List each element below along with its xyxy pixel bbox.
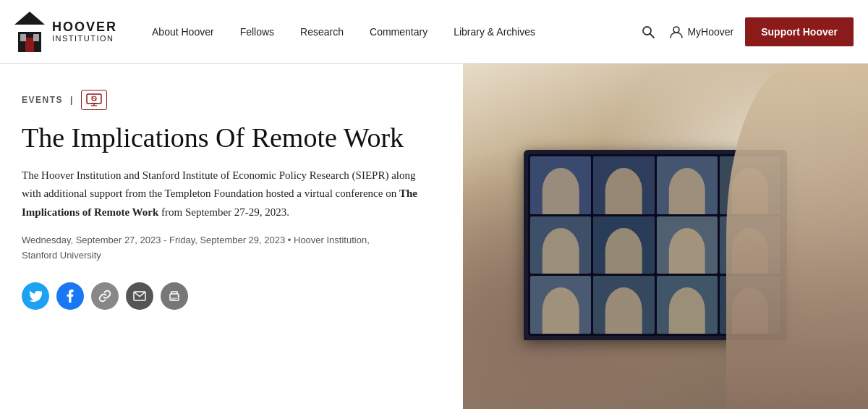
video-cell-7 xyxy=(657,216,718,274)
video-cell-9 xyxy=(530,276,591,333)
article-panel: EVENTS | The Implications Of Remote Work… xyxy=(0,64,463,409)
svg-point-16 xyxy=(177,295,179,297)
video-cell-6 xyxy=(593,216,654,274)
video-cell-2 xyxy=(593,156,654,214)
events-icon xyxy=(81,90,107,110)
date-line1: Wednesday, September 27, 2023 - Friday, … xyxy=(22,233,434,248)
svg-rect-3 xyxy=(20,34,26,41)
header-right: MyHoover Support Hoover xyxy=(638,17,854,46)
main-content: EVENTS | The Implications Of Remote Work… xyxy=(0,64,868,409)
facebook-icon xyxy=(67,290,74,303)
person-silhouette xyxy=(726,64,868,409)
twitter-icon xyxy=(29,290,42,302)
share-facebook-button[interactable] xyxy=(56,282,84,310)
article-image xyxy=(463,64,868,409)
svg-rect-4 xyxy=(33,34,39,41)
print-button[interactable] xyxy=(161,282,188,310)
svg-marker-1 xyxy=(14,12,45,25)
logo-link[interactable]: HOOVER INSTITUTION xyxy=(14,10,117,54)
share-twitter-button[interactable] xyxy=(22,282,49,310)
site-header: HOOVER INSTITUTION About Hoover Fellows … xyxy=(0,0,868,64)
section-label-area: EVENTS | xyxy=(22,90,434,110)
myhoover-label: MyHoover xyxy=(687,26,733,38)
logo-institution: INSTITUTION xyxy=(52,34,117,43)
copy-link-button[interactable] xyxy=(91,282,119,310)
article-title: The Implications Of Remote Work xyxy=(22,122,434,155)
nav-commentary[interactable]: Commentary xyxy=(357,26,441,38)
logo-hoover: HOOVER xyxy=(52,20,117,35)
logo-text: HOOVER INSTITUTION xyxy=(52,20,117,43)
print-icon xyxy=(168,290,181,302)
video-cell-3 xyxy=(657,156,718,214)
monitor-icon xyxy=(86,93,102,106)
article-description: The Hoover Institution and Stanford Inst… xyxy=(22,166,434,222)
scene-background xyxy=(463,64,868,409)
video-cell-1 xyxy=(530,156,591,214)
nav-library-archives[interactable]: Library & Archives xyxy=(441,26,548,38)
share-email-button[interactable] xyxy=(126,282,153,310)
article-date: Wednesday, September 27, 2023 - Friday, … xyxy=(22,233,434,263)
video-cell-10 xyxy=(593,276,654,333)
nav-fellows[interactable]: Fellows xyxy=(227,26,287,38)
video-cell-5 xyxy=(530,216,591,274)
description-part2: from September 27-29, 2023. xyxy=(158,206,289,218)
search-button[interactable] xyxy=(638,22,658,42)
nav-about-hoover[interactable]: About Hoover xyxy=(139,26,227,38)
myhoover-link[interactable]: MyHoover xyxy=(670,25,733,38)
section-label: EVENTS xyxy=(22,95,63,105)
email-icon xyxy=(133,291,146,301)
video-cell-11 xyxy=(657,276,718,333)
hoover-logo-icon xyxy=(14,10,45,54)
social-share-bar xyxy=(22,282,434,310)
support-button[interactable]: Support Hoover xyxy=(745,17,854,46)
search-icon xyxy=(641,25,655,39)
description-part1: The Hoover Institution and Stanford Inst… xyxy=(22,169,415,200)
user-icon xyxy=(670,25,683,38)
date-line2: Stanford University xyxy=(22,248,434,263)
svg-rect-2 xyxy=(25,38,34,52)
svg-line-6 xyxy=(650,33,655,38)
nav-research[interactable]: Research xyxy=(287,26,357,38)
main-nav: About Hoover Fellows Research Commentary… xyxy=(139,26,638,38)
svg-point-7 xyxy=(673,27,679,33)
link-icon xyxy=(98,290,111,303)
section-separator: | xyxy=(70,95,74,105)
